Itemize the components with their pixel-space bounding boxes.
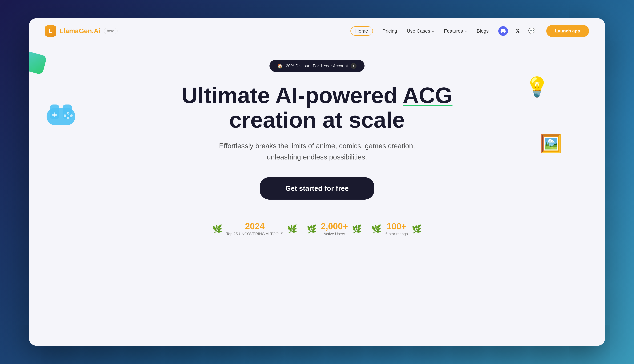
navbar: L LlamaGen.Ai beta Home Pricing Use Case… (29, 18, 605, 44)
house-icon: 🏠 (278, 63, 283, 68)
svg-point-6 (64, 114, 66, 117)
laurel-left-icon: 🌿 (212, 224, 222, 234)
launch-app-button[interactable]: Launch app (546, 25, 589, 37)
logo-area: L LlamaGen.Ai beta (45, 26, 117, 36)
beta-badge: beta (104, 28, 118, 34)
chat-icon-button[interactable]: 💬 (527, 26, 537, 36)
stat-1-label: Top 25 UNCOVERING AI TOOLS (226, 232, 283, 236)
headline-part1: Ultimate AI-powered (181, 83, 397, 108)
decoration-photo-card: 🖼️ (540, 133, 562, 154)
subheadline: Effortlessly breaks the limits of anime,… (219, 140, 415, 163)
hero-section: 💡 🖼️ 🏠 20% Discount For 1 Year Account ›… (29, 44, 605, 236)
stat-3-content: 100+ 5-star ratings (385, 222, 408, 236)
nav-blogs[interactable]: Blogs (477, 28, 489, 34)
laurel-left-icon-2: 🌿 (307, 224, 317, 234)
headline-acg: ACG (403, 83, 452, 108)
laurel-right-icon-2: 🌿 (352, 224, 362, 234)
logo-brand-second: .Ai (92, 27, 100, 35)
svg-point-7 (70, 114, 73, 117)
stat-3-label: 5-star ratings (385, 232, 408, 236)
nav-pricing[interactable]: Pricing (382, 28, 397, 34)
stat-2-label: Active Users (321, 232, 348, 236)
stats-section: 🌿 2024 Top 25 UNCOVERING AI TOOLS 🌿 🌿 2,… (212, 222, 422, 236)
laurel-right-icon-3: 🌿 (412, 224, 422, 234)
browser-window: ✕ L LlamaGen.Ai beta Home Pricing Use Ca… (29, 18, 605, 346)
discount-banner[interactable]: 🏠 20% Discount For 1 Year Account › (270, 60, 364, 72)
nav-home[interactable]: Home (350, 26, 373, 36)
stat-group-1: 🌿 2024 Top 25 UNCOVERING AI TOOLS 🌿 (212, 222, 297, 236)
nav-links: Home Pricing Use Cases ⌄ Features ⌄ Blog… (350, 25, 589, 37)
headline-part2: creation at scale (229, 108, 405, 132)
discount-text: 20% Discount For 1 Year Account (286, 64, 348, 68)
nav-features-label: Features (444, 28, 463, 34)
stat-1-number: 2024 (226, 222, 283, 231)
nav-icons: 𝕏 💬 (498, 26, 537, 36)
laurel-right-icon: 🌿 (287, 224, 297, 234)
svg-text:✕: ✕ (68, 112, 69, 114)
stat-group-3: 🌿 100+ 5-star ratings 🌿 (371, 222, 422, 236)
nav-use-cases-label: Use Cases (407, 28, 430, 34)
svg-rect-4 (54, 112, 55, 117)
stat-group-2: 🌿 2,000+ Active Users 🌿 (307, 222, 362, 236)
decoration-controller: ✕ (45, 101, 77, 130)
stat-1-content: 2024 Top 25 UNCOVERING AI TOOLS (226, 222, 283, 236)
nav-features[interactable]: Features ⌄ (444, 28, 467, 34)
stat-2-content: 2,000+ Active Users (321, 222, 348, 236)
x-twitter-icon-button[interactable]: 𝕏 (513, 26, 522, 36)
decoration-lightbulb: 💡 (525, 76, 549, 98)
arrow-right-icon: › (351, 63, 356, 69)
logo-icon: L (45, 26, 56, 36)
main-headline: Ultimate AI-powered ACG creation at scal… (181, 83, 452, 132)
svg-point-8 (67, 117, 69, 119)
chevron-down-icon: ⌄ (464, 29, 467, 33)
laurel-left-icon-3: 🌿 (371, 224, 381, 234)
logo-text: LlamaGen.Ai (59, 27, 100, 35)
nav-use-cases[interactable]: Use Cases ⌄ (407, 28, 435, 34)
stat-3-number: 100+ (385, 222, 408, 231)
stat-2-number: 2,000+ (321, 222, 348, 231)
get-started-button[interactable]: Get started for free (260, 177, 374, 200)
chevron-down-icon: ⌄ (432, 29, 434, 33)
discord-icon-button[interactable] (498, 26, 508, 36)
logo-brand-first: LlamaGen (59, 27, 92, 35)
